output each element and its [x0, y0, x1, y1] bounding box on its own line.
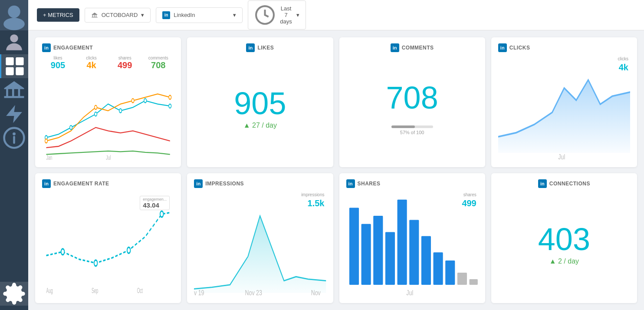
likes-per-day: ▲ 27 / day: [243, 122, 277, 129]
linkedin-badge-connections: in: [538, 179, 547, 188]
card-impressions-header: in IMPRESSIONS: [194, 179, 326, 188]
card-engagement-title: ENGAGEMENT: [53, 45, 93, 51]
comments-progress-fill: [391, 125, 415, 128]
linkedin-icon: in: [162, 11, 170, 19]
svg-rect-38: [373, 216, 383, 285]
svg-text:Nov 23: Nov 23: [245, 289, 262, 297]
card-connections: in CONNECTIONS 403 ▲ 2 / day: [491, 173, 637, 303]
comments-label: comments: [142, 56, 174, 60]
comments-big-number: 708: [386, 82, 438, 113]
svg-rect-4: [16, 57, 23, 65]
svg-text:Nov: Nov: [311, 289, 321, 297]
octoboard-chevron: ▾: [141, 12, 144, 18]
svg-rect-41: [409, 220, 419, 285]
card-connections-title: CONNECTIONS: [549, 181, 590, 187]
card-likes-header: in LIKES: [246, 43, 274, 52]
stat-comments: comments 708: [142, 56, 174, 70]
svg-point-19: [131, 99, 134, 102]
linkedin-badge-clicks: in: [498, 43, 507, 52]
main-content: + METRICS OCTOBOARD ▾ in LinkedIn ▾ Last…: [28, 0, 644, 310]
dashboard-grid: in ENGAGEMENT likes 905 clicks 4k shares…: [28, 30, 644, 310]
linkedin-badge-engagement: in: [42, 43, 51, 52]
likes-label: likes: [42, 56, 74, 60]
svg-point-27: [127, 247, 131, 253]
linkedin-badge-engrate: in: [42, 179, 51, 188]
octoboard-dropdown[interactable]: OCTOBOARD ▾: [85, 8, 151, 23]
likes-value: 905: [42, 60, 74, 70]
svg-rect-40: [397, 200, 407, 285]
linkedin-badge-shares: in: [346, 179, 355, 188]
svg-text:Jan: Jan: [46, 155, 53, 161]
linkedin-chevron: ▾: [233, 12, 236, 18]
engrate-tooltip: engagemen... 43.04: [140, 196, 170, 210]
card-comments: in COMMENTS 708 57% of 100: [339, 37, 485, 167]
card-engagement: in ENGAGEMENT likes 905 clicks 4k shares…: [35, 37, 181, 167]
connections-per-day: ▲ 2 / day: [549, 257, 579, 265]
period-label: Last 7 days: [279, 5, 292, 25]
shares-value: 499: [462, 198, 476, 208]
card-clicks: in CLICKS clicks 4k Jul: [491, 37, 637, 167]
sidebar-item-info[interactable]: [0, 126, 28, 150]
card-clicks-header: in CLICKS: [498, 43, 630, 52]
impressions-chart: impressions 1.5k v 19 Nov 23 Nov: [194, 191, 326, 297]
card-comments-header: in COMMENTS: [391, 43, 434, 52]
svg-point-17: [45, 139, 48, 143]
svg-rect-6: [16, 67, 23, 75]
svg-point-2: [10, 34, 18, 42]
linkedin-badge-impressions: in: [194, 179, 203, 188]
add-metrics-button[interactable]: + METRICS: [37, 8, 79, 22]
svg-point-12: [70, 125, 72, 129]
svg-point-15: [144, 99, 147, 102]
svg-rect-46: [469, 279, 477, 285]
impressions-value: 1.5k: [308, 198, 325, 208]
card-likes-title: LIKES: [257, 45, 274, 51]
svg-point-1: [3, 18, 25, 30]
period-dropdown[interactable]: Last 7 days ▾: [248, 0, 306, 30]
sidebar-item-bank[interactable]: [0, 78, 28, 102]
card-clicks-title: CLICKS: [509, 45, 530, 51]
shares-value: 499: [109, 60, 141, 70]
card-shares: in SHARES shares 499: [339, 173, 485, 303]
sidebar-logo: [0, 0, 28, 30]
svg-point-28: [160, 211, 164, 217]
engagement-chart: Jan Jul: [42, 74, 174, 161]
svg-rect-43: [433, 252, 443, 285]
sidebar-item-settings[interactable]: [0, 282, 28, 306]
connections-arrow-icon: ▲: [549, 257, 556, 265]
comments-progress-label: 57% of 100: [391, 130, 433, 135]
svg-text:Jul: Jul: [406, 289, 413, 297]
likes-arrow-icon: ▲: [243, 122, 250, 129]
engrate-tooltip-value: 43.04: [143, 201, 167, 209]
impressions-label: impressions: [301, 192, 324, 197]
card-engrate-header: in ENGAGEMENT RATE: [42, 179, 174, 188]
clicks-chart: clicks 4k Jul: [498, 56, 630, 161]
svg-text:Aug: Aug: [46, 287, 53, 295]
sidebar-item-user[interactable]: [0, 30, 28, 54]
clicks-label: clicks: [76, 56, 107, 60]
svg-marker-32: [194, 216, 326, 293]
svg-rect-5: [6, 67, 13, 75]
card-shares-header: in SHARES: [346, 179, 478, 188]
shares-chart: shares 499 Jul: [346, 191, 478, 297]
card-engagement-rate: in ENGAGEMENT RATE engagemen... 43.04 Au…: [35, 173, 181, 303]
card-comments-title: COMMENTS: [402, 45, 434, 51]
svg-text:Sep: Sep: [92, 287, 98, 295]
linkedin-label: LinkedIn: [174, 12, 195, 18]
sidebar-item-dashboard[interactable]: [0, 54, 28, 78]
engagement-stats: likes 905 clicks 4k shares 499 comments …: [42, 56, 174, 70]
card-likes: in LIKES 905 ▲ 27 / day: [187, 37, 333, 167]
linkedin-dropdown[interactable]: in LinkedIn ▾: [156, 7, 243, 23]
topbar: + METRICS OCTOBOARD ▾ in LinkedIn ▾ Last…: [28, 0, 644, 30]
stat-clicks: clicks 4k: [76, 56, 107, 70]
svg-point-20: [169, 95, 171, 99]
octoboard-label: OCTOBOARD: [102, 12, 138, 18]
svg-text:Jul: Jul: [106, 155, 111, 161]
likes-big-number: 905: [234, 88, 286, 119]
svg-point-18: [95, 106, 97, 109]
svg-point-0: [8, 6, 20, 18]
sidebar-item-lightning[interactable]: [0, 102, 28, 126]
svg-rect-44: [445, 261, 455, 285]
card-engrate-title: ENGAGEMENT RATE: [53, 181, 109, 187]
card-impressions: in IMPRESSIONS impressions 1.5k v 19: [187, 173, 333, 303]
svg-rect-42: [421, 236, 430, 285]
